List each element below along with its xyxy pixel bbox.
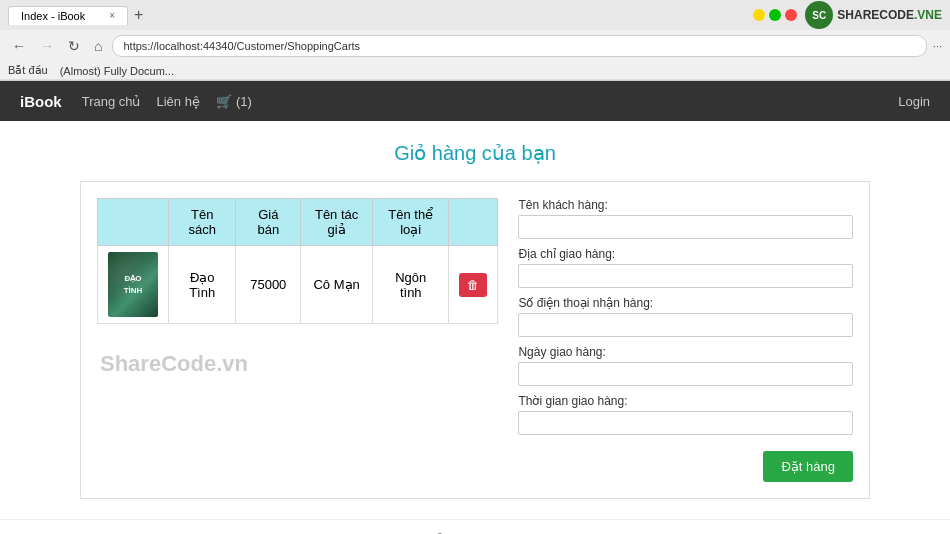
label-time: Thời gian giao hàng: xyxy=(518,394,853,408)
col-genre: Tên thể loại xyxy=(373,199,449,246)
browser-menu-btn[interactable]: ··· xyxy=(933,40,942,52)
bookmarks-bar: Bắt đầu (Almost) Fully Docum... xyxy=(0,62,950,80)
new-tab-button[interactable]: + xyxy=(128,6,149,24)
action-cell: 🗑 xyxy=(449,246,498,324)
col-book-name: Tên sách xyxy=(169,199,236,246)
close-btn[interactable] xyxy=(785,9,797,21)
input-customer[interactable] xyxy=(518,215,853,239)
delete-button[interactable]: 🗑 xyxy=(459,273,487,297)
input-address[interactable] xyxy=(518,264,853,288)
label-address: Địa chỉ giao hàng: xyxy=(518,247,853,261)
table-row: ĐẠOTÌNH Đạo Tình 75000 Cô Mạn Ngôn tình … xyxy=(98,246,498,324)
col-price: Giá bán xyxy=(236,199,301,246)
nav-cart[interactable]: 🛒 (1) xyxy=(216,94,252,109)
address-bar[interactable]: https://localhost:44340/Customer/Shoppin… xyxy=(112,35,926,57)
main-content: Giỏ hàng của bạn ShareCode.vn Tên sách G… xyxy=(0,121,950,519)
form-group-address: Địa chỉ giao hàng: xyxy=(518,247,853,288)
nav-links: Trang chủ Liên hệ 🛒 (1) xyxy=(82,94,899,109)
table-header-row: Tên sách Giá bán Tên tác giả Tên thể loạ… xyxy=(98,199,498,246)
book-thumbnail-text: ĐẠOTÌNH xyxy=(120,269,147,299)
label-date: Ngày giao hàng: xyxy=(518,345,853,359)
nav-login[interactable]: Login xyxy=(898,94,930,109)
form-group-time: Thời gian giao hàng: xyxy=(518,394,853,435)
site-nav: iBook Trang chủ Liên hệ 🛒 (1) Login xyxy=(0,81,950,121)
book-thumbnail: ĐẠOTÌNH xyxy=(108,252,158,317)
form-group-date: Ngày giao hàng: xyxy=(518,345,853,386)
logo-text: SHARECODE.VNE xyxy=(837,8,942,22)
tab-title: Index - iBook xyxy=(21,10,85,22)
book-name-cell: Đạo Tình xyxy=(169,246,236,324)
form-group-phone: Số điện thoại nhận hàng: xyxy=(518,296,853,337)
input-time[interactable] xyxy=(518,411,853,435)
minimize-btn[interactable] xyxy=(753,9,765,21)
order-submit-button[interactable]: Đặt hàng xyxy=(763,451,853,482)
author-cell: Cô Mạn xyxy=(301,246,373,324)
back-button[interactable]: ← xyxy=(8,36,30,56)
col-author: Tên tác giả xyxy=(301,199,373,246)
forward-button[interactable]: → xyxy=(36,36,58,56)
cart-table: Tên sách Giá bán Tên tác giả Tên thể loạ… xyxy=(97,198,498,324)
logo-icon: SC xyxy=(805,1,833,29)
bookmark-doc[interactable]: (Almost) Fully Docum... xyxy=(60,64,174,77)
browser-chrome: Index - iBook × + SC SHARECODE.VNE ← → ↻… xyxy=(0,0,950,81)
site-brand: iBook xyxy=(20,93,62,110)
input-phone[interactable] xyxy=(518,313,853,337)
home-button[interactable]: ⌂ xyxy=(90,36,106,56)
sharecode-logo: SC SHARECODE.VNE xyxy=(805,1,942,29)
price-cell: 75000 xyxy=(236,246,301,324)
browser-toolbar: ← → ↻ ⌂ https://localhost:44340/Customer… xyxy=(0,30,950,62)
window-controls xyxy=(753,9,797,21)
page-wrapper: iBook Trang chủ Liên hệ 🛒 (1) Login Giỏ … xyxy=(0,81,950,534)
col-thumbnail xyxy=(98,199,169,246)
site-footer: © 2019 - iBook xyxy=(0,519,950,534)
cart-icon: 🛒 xyxy=(216,94,232,109)
browser-tabs: Index - iBook × + xyxy=(8,6,149,25)
nav-home[interactable]: Trang chủ xyxy=(82,94,141,109)
col-action xyxy=(449,199,498,246)
order-form-section: Tên khách hàng: Địa chỉ giao hàng: Số đi… xyxy=(518,198,853,482)
bookmark-start[interactable]: Bắt đầu xyxy=(8,64,48,77)
cart-count: (1) xyxy=(236,94,252,109)
form-group-customer: Tên khách hàng: xyxy=(518,198,853,239)
book-thumbnail-cell: ĐẠOTÌNH xyxy=(98,246,169,324)
label-customer: Tên khách hàng: xyxy=(518,198,853,212)
genre-cell: Ngôn tình xyxy=(373,246,449,324)
page-title: Giỏ hàng của bạn xyxy=(80,141,870,165)
input-date[interactable] xyxy=(518,362,853,386)
nav-contact[interactable]: Liên hệ xyxy=(157,94,200,109)
reload-button[interactable]: ↻ xyxy=(64,36,84,56)
maximize-btn[interactable] xyxy=(769,9,781,21)
cart-container: Tên sách Giá bán Tên tác giả Tên thể loạ… xyxy=(80,181,870,499)
cart-table-section: Tên sách Giá bán Tên tác giả Tên thể loạ… xyxy=(97,198,498,482)
url-text: https://localhost:44340/Customer/Shoppin… xyxy=(123,40,360,52)
active-tab[interactable]: Index - iBook × xyxy=(8,6,128,25)
tab-close-btn[interactable]: × xyxy=(109,10,115,21)
browser-titlebar: Index - iBook × + SC SHARECODE.VNE xyxy=(0,0,950,30)
label-phone: Số điện thoại nhận hàng: xyxy=(518,296,853,310)
